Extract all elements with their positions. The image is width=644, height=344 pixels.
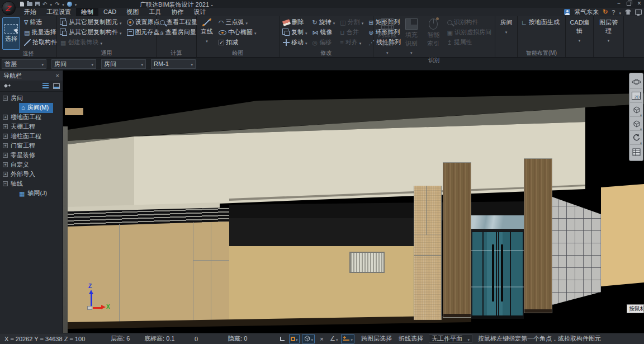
user-name[interactable]: 紫气东来 (574, 8, 599, 16)
expand-icon[interactable] (3, 134, 8, 139)
tree-item-wall-works[interactable]: 墙柱面工程 (0, 131, 63, 141)
expand-icon[interactable] (3, 153, 8, 158)
tree-item-room[interactable]: 房间 (0, 93, 63, 103)
get-properties-button[interactable]: 提属性 (446, 37, 493, 47)
pick-component-button[interactable]: 拾取构件 (23, 37, 58, 47)
user-avatar[interactable] (564, 9, 570, 15)
cross-layer-select-button[interactable]: 跨图层选择 (361, 334, 392, 343)
chevron-down-icon[interactable] (120, 29, 122, 36)
fill-recognize-button[interactable]: 填充识别 (402, 17, 421, 56)
polyline-select-button[interactable]: 折线选择 (399, 334, 423, 343)
chevron-down-icon[interactable] (336, 336, 338, 342)
extend-line-toggle[interactable] (341, 334, 354, 343)
tab-cad[interactable]: CAD (98, 8, 121, 16)
cloud-sync-icon[interactable] (67, 2, 72, 7)
chevron-down-icon[interactable] (579, 36, 581, 43)
redo-icon[interactable] (55, 1, 59, 7)
angle-toggle[interactable] (329, 334, 339, 343)
app-logo-icon[interactable]: Z (2, 1, 16, 15)
redo-dropdown-icon[interactable] (62, 1, 64, 7)
sync-icon[interactable] (603, 8, 608, 16)
panel-view-icon[interactable] (53, 83, 60, 89)
offset-button[interactable]: 偏移 (311, 37, 337, 47)
deduct-checkbox[interactable]: 扣减 (217, 37, 258, 47)
delete-button[interactable]: 删除 (282, 17, 309, 27)
list-view-icon[interactable] (42, 83, 49, 88)
chevron-down-icon[interactable] (505, 28, 508, 35)
help-dropdown-icon[interactable] (619, 9, 621, 16)
floor-select[interactable]: 首层 (2, 59, 46, 69)
sidebar-close-icon[interactable] (56, 72, 59, 79)
snap-toggle[interactable] (289, 334, 300, 343)
new-document-icon[interactable] (20, 2, 24, 7)
help-button[interactable]: ? (612, 9, 615, 16)
recognize-room-button[interactable]: 识别虚拟房间 (446, 27, 493, 37)
align-button[interactable]: 对齐 (339, 37, 364, 47)
recognize-component-button[interactable]: 识别构件 (446, 17, 493, 27)
tab-project-settings[interactable]: 工程设置 (41, 8, 76, 16)
work-plane-select[interactable]: 无工作平面 (429, 334, 472, 343)
copy-button[interactable]: 复制 (282, 27, 309, 37)
select-button[interactable]: 选择 (2, 17, 20, 50)
chevron-down-icon[interactable] (311, 336, 314, 342)
chevron-down-icon[interactable] (254, 29, 257, 36)
copy-elements-button[interactable]: 从其它层复制图元 (59, 17, 123, 27)
view-quantities-button[interactable]: 查看工程量 (159, 17, 198, 27)
split-button[interactable]: 分割 (339, 17, 364, 27)
view-room-quantities-button[interactable]: 查看房间量 (159, 27, 198, 37)
tree-item-axis[interactable]: 轴线 (0, 179, 63, 189)
category-select[interactable]: 房间 (51, 59, 96, 69)
tree-item-custom[interactable]: 自定义 (0, 160, 63, 169)
chevron-down-icon[interactable] (296, 336, 298, 342)
tab-draw[interactable]: 绘制 (76, 8, 98, 16)
tree-item-room-m[interactable]: 房间(M) (0, 103, 63, 112)
open-file-icon[interactable] (27, 2, 32, 6)
layer-manage-button[interactable]: 图层管理 (596, 17, 621, 44)
chevron-down-icon[interactable] (640, 113, 642, 117)
rotate-button[interactable]: 旋转 (311, 17, 337, 27)
create-block-button[interactable]: 创建装饰块 (59, 37, 123, 47)
expand-icon[interactable] (3, 172, 8, 177)
tab-view[interactable]: 视图 (121, 8, 144, 16)
center-ellipse-button[interactable]: 中心椭圆 (217, 27, 258, 37)
undo-dropdown-icon[interactable] (50, 1, 52, 7)
expand-icon[interactable] (3, 115, 8, 120)
ortho-toggle[interactable] (277, 334, 287, 343)
tab-collaborate[interactable]: 协作 (166, 8, 188, 16)
chevron-down-icon[interactable] (120, 19, 122, 26)
arc3-button[interactable]: 三点弧 (217, 17, 258, 27)
inner-point-recognize-button[interactable]: 内部点识别 (376, 17, 399, 56)
filter-button[interactable]: 筛选 (23, 17, 58, 27)
orbit-button[interactable] (630, 75, 642, 89)
qat-customize-icon[interactable] (75, 1, 77, 7)
copy-components-button[interactable]: 从其它层复制构件 (59, 27, 123, 37)
tree-item-door-window-works[interactable]: 门窗工程 (0, 141, 63, 150)
chevron-down-icon[interactable] (640, 127, 642, 131)
chevron-down-icon[interactable] (608, 36, 610, 43)
save-icon[interactable] (35, 2, 40, 6)
merge-button[interactable]: 合并 (339, 27, 364, 37)
screen-icon[interactable] (635, 10, 642, 15)
collapse-icon[interactable] (3, 96, 8, 101)
view-cube-button[interactable] (630, 103, 642, 117)
element-select[interactable]: 房间 (101, 59, 146, 69)
chevron-down-icon[interactable] (305, 39, 307, 46)
tab-design[interactable]: 设计 (188, 8, 211, 16)
batch-select-button[interactable]: 批量选择 (23, 27, 58, 37)
expand-icon[interactable] (3, 124, 8, 129)
room-button[interactable]: 房间 (499, 17, 514, 36)
move-button[interactable]: 移动 (282, 37, 309, 47)
close-button[interactable] (637, 1, 641, 7)
intersection-toggle[interactable] (317, 334, 326, 343)
chevron-down-icon[interactable] (640, 141, 642, 145)
component-name-select[interactable]: RM-1 (151, 59, 196, 69)
viewport-3d[interactable]: Z X 2D (63, 70, 644, 333)
restore-button[interactable] (627, 2, 631, 6)
tree-item-misc-decoration[interactable]: 零星装修 (0, 150, 63, 160)
chevron-down-icon[interactable] (246, 19, 248, 26)
checkbox-checked-icon[interactable] (219, 40, 224, 45)
theme-icon[interactable] (625, 10, 631, 15)
view-cube-alt-button[interactable] (630, 117, 642, 131)
view-2d-button[interactable]: 2D (630, 89, 642, 103)
chevron-down-icon[interactable] (305, 29, 307, 36)
